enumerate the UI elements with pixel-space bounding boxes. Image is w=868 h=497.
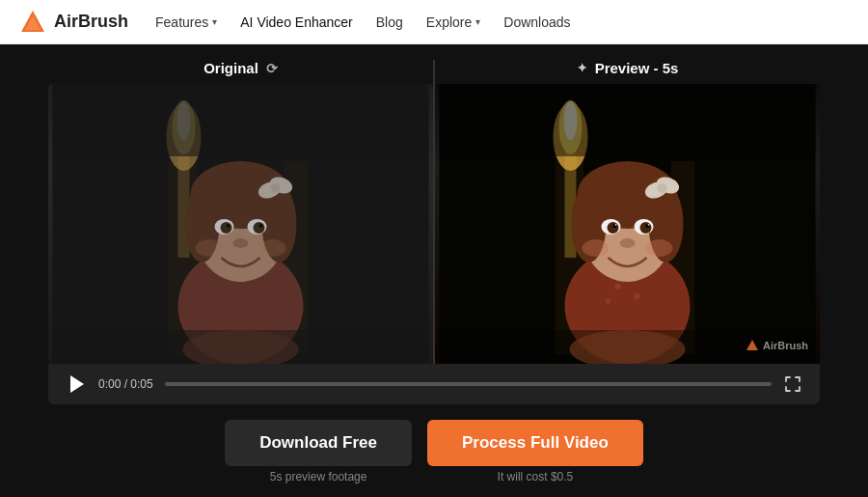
original-video-content — [48, 84, 433, 364]
svg-point-51 — [608, 222, 619, 234]
svg-point-59 — [646, 239, 673, 257]
original-label: Original ⟳ — [48, 60, 433, 76]
main-content: Original ⟳ — [0, 44, 868, 497]
original-video-frame — [48, 84, 433, 364]
sparkle-icon: ✦ — [577, 61, 587, 75]
svg-point-21 — [254, 222, 265, 234]
process-full-video-button[interactable]: Process Full Video — [427, 420, 643, 466]
svg-point-23 — [259, 224, 263, 228]
fullscreen-icon — [784, 375, 801, 393]
navbar: AirBrush Features ▾ AI Video Enhancer Bl… — [0, 0, 868, 44]
svg-point-58 — [583, 239, 610, 257]
action-buttons: Download Free 5s preview footage Process… — [225, 420, 643, 483]
time-display: 0:00 / 0:05 — [98, 377, 153, 391]
preview-video-content — [435, 84, 820, 364]
preview-panel: ✦ Preview - 5s — [435, 60, 820, 364]
svg-point-55 — [615, 224, 617, 226]
nav-ai-video[interactable]: AI Video Enhancer — [240, 14, 353, 30]
svg-point-17 — [271, 183, 281, 193]
fullscreen-button[interactable] — [783, 374, 802, 394]
download-subtitle: 5s preview footage — [270, 470, 367, 483]
chevron-down-icon: ▾ — [475, 16, 480, 27]
watermark-logo-icon — [746, 339, 759, 352]
svg-point-52 — [640, 222, 652, 234]
play-icon — [70, 375, 84, 393]
nav-links: Features ▾ AI Video Enhancer Blog Explor… — [155, 14, 849, 30]
svg-point-24 — [233, 238, 249, 248]
svg-rect-61 — [440, 84, 816, 156]
svg-point-39 — [635, 293, 640, 299]
chevron-down-icon: ▾ — [212, 16, 217, 27]
svg-point-38 — [615, 284, 621, 290]
original-portrait — [48, 84, 433, 364]
svg-point-56 — [648, 224, 650, 226]
process-group: Process Full Video It will cost $0.5 — [427, 420, 643, 483]
process-subtitle: It will cost $0.5 — [498, 470, 574, 483]
nav-explore[interactable]: Explore ▾ — [426, 14, 480, 30]
svg-point-20 — [221, 222, 232, 234]
original-panel: Original ⟳ — [48, 60, 433, 364]
svg-point-22 — [227, 224, 231, 228]
progress-bar[interactable] — [165, 382, 772, 386]
svg-rect-28 — [53, 84, 429, 156]
logo-icon — [19, 9, 46, 36]
preview-label: ✦ Preview - 5s — [435, 60, 820, 76]
preview-video-frame: AirBrush — [435, 84, 820, 364]
brand-name: AirBrush — [54, 12, 128, 32]
video-controls: 0:00 / 0:05 — [48, 364, 820, 404]
refresh-icon[interactable]: ⟳ — [266, 61, 278, 76]
download-free-button[interactable]: Download Free — [225, 420, 412, 466]
preview-portrait — [435, 84, 820, 364]
download-group: Download Free 5s preview footage — [225, 420, 412, 483]
svg-rect-29 — [53, 330, 429, 364]
logo[interactable]: AirBrush — [19, 9, 128, 36]
svg-marker-63 — [746, 340, 758, 350]
svg-point-57 — [620, 238, 636, 248]
play-button[interactable] — [66, 373, 87, 395]
video-comparison: Original ⟳ — [48, 60, 820, 364]
nav-downloads[interactable]: Downloads — [503, 14, 570, 30]
nav-blog[interactable]: Blog — [376, 14, 403, 30]
nav-features[interactable]: Features ▾ — [155, 14, 217, 30]
svg-point-40 — [606, 299, 610, 304]
svg-point-25 — [196, 239, 223, 257]
svg-point-26 — [259, 239, 286, 257]
svg-point-48 — [658, 183, 667, 193]
watermark: AirBrush — [746, 339, 808, 352]
